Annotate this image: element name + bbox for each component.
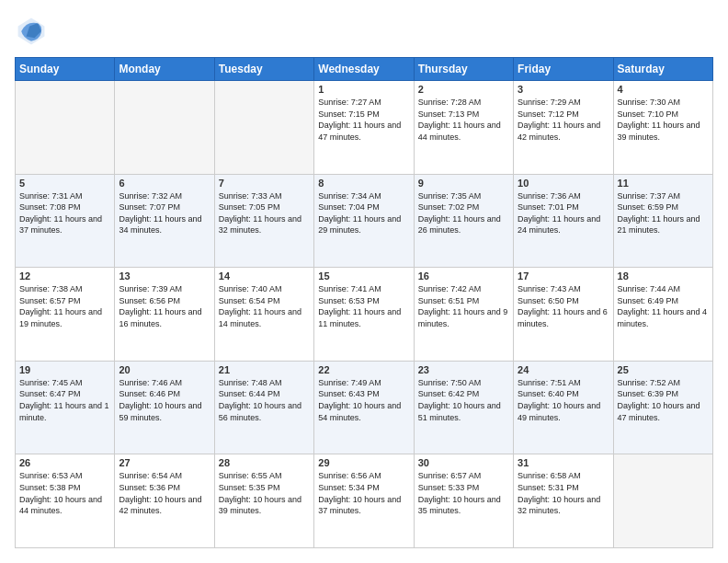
calendar-cell: 2Sunrise: 7:28 AM Sunset: 7:13 PM Daylig… (414, 81, 513, 175)
calendar-table: SundayMondayTuesdayWednesdayThursdayFrid… (15, 57, 713, 548)
calendar-cell: 11Sunrise: 7:37 AM Sunset: 6:59 PM Dayli… (613, 174, 712, 268)
weekday-header-tuesday: Tuesday (214, 58, 313, 81)
calendar-cell: 18Sunrise: 7:44 AM Sunset: 6:49 PM Dayli… (613, 268, 712, 362)
day-number: 29 (318, 457, 409, 468)
calendar-cell: 26Sunrise: 6:53 AM Sunset: 5:38 PM Dayli… (16, 454, 115, 548)
day-info: Sunrise: 7:39 AM Sunset: 6:56 PM Dayligh… (119, 283, 210, 329)
day-number: 27 (119, 457, 210, 468)
day-info: Sunrise: 7:34 AM Sunset: 7:04 PM Dayligh… (318, 190, 409, 236)
day-info: Sunrise: 6:56 AM Sunset: 5:34 PM Dayligh… (318, 470, 409, 516)
calendar-week-row: 1Sunrise: 7:27 AM Sunset: 7:15 PM Daylig… (16, 81, 713, 175)
day-info: Sunrise: 7:48 AM Sunset: 6:44 PM Dayligh… (219, 377, 310, 423)
day-number: 9 (418, 178, 509, 189)
calendar-cell: 7Sunrise: 7:33 AM Sunset: 7:05 PM Daylig… (214, 174, 313, 268)
calendar-cell: 23Sunrise: 7:50 AM Sunset: 6:42 PM Dayli… (414, 361, 513, 454)
logo (15, 15, 51, 48)
day-number: 15 (318, 270, 409, 282)
day-info: Sunrise: 7:31 AM Sunset: 7:08 PM Dayligh… (19, 190, 110, 236)
day-info: Sunrise: 7:32 AM Sunset: 7:07 PM Dayligh… (119, 190, 210, 236)
calendar-week-row: 26Sunrise: 6:53 AM Sunset: 5:38 PM Dayli… (16, 454, 713, 548)
day-number: 20 (119, 364, 210, 375)
logo-icon (15, 15, 48, 48)
day-number: 31 (518, 457, 609, 468)
page: SundayMondayTuesdayWednesdayThursdayFrid… (0, 0, 728, 563)
calendar-cell: 12Sunrise: 7:38 AM Sunset: 6:57 PM Dayli… (16, 268, 115, 362)
calendar-cell: 17Sunrise: 7:43 AM Sunset: 6:50 PM Dayli… (514, 268, 613, 362)
calendar-cell: 30Sunrise: 6:57 AM Sunset: 5:33 PM Dayli… (414, 454, 513, 548)
day-info: Sunrise: 7:27 AM Sunset: 7:15 PM Dayligh… (318, 97, 409, 143)
calendar-cell: 24Sunrise: 7:51 AM Sunset: 6:40 PM Dayli… (514, 361, 613, 454)
day-number: 4 (618, 84, 709, 95)
calendar-cell: 20Sunrise: 7:46 AM Sunset: 6:46 PM Dayli… (115, 361, 214, 454)
calendar-cell: 1Sunrise: 7:27 AM Sunset: 7:15 PM Daylig… (314, 81, 414, 175)
day-number: 22 (318, 364, 409, 375)
calendar-cell: 13Sunrise: 7:39 AM Sunset: 6:56 PM Dayli… (115, 268, 214, 362)
weekday-header-friday: Friday (514, 58, 613, 81)
day-info: Sunrise: 6:58 AM Sunset: 5:31 PM Dayligh… (518, 470, 609, 516)
calendar-cell: 10Sunrise: 7:36 AM Sunset: 7:01 PM Dayli… (514, 174, 613, 268)
calendar-cell: 5Sunrise: 7:31 AM Sunset: 7:08 PM Daylig… (16, 174, 115, 268)
day-info: Sunrise: 7:46 AM Sunset: 6:46 PM Dayligh… (119, 377, 210, 423)
calendar-week-row: 19Sunrise: 7:45 AM Sunset: 6:47 PM Dayli… (16, 361, 713, 454)
day-info: Sunrise: 7:33 AM Sunset: 7:05 PM Dayligh… (219, 190, 310, 236)
day-number: 6 (119, 178, 210, 189)
calendar-cell: 28Sunrise: 6:55 AM Sunset: 5:35 PM Dayli… (214, 454, 313, 548)
calendar-cell: 21Sunrise: 7:48 AM Sunset: 6:44 PM Dayli… (214, 361, 313, 454)
day-number: 24 (518, 364, 609, 375)
calendar-cell: 8Sunrise: 7:34 AM Sunset: 7:04 PM Daylig… (314, 174, 414, 268)
day-info: Sunrise: 7:36 AM Sunset: 7:01 PM Dayligh… (518, 190, 609, 236)
calendar-cell: 15Sunrise: 7:41 AM Sunset: 6:53 PM Dayli… (314, 268, 414, 362)
day-info: Sunrise: 7:30 AM Sunset: 7:10 PM Dayligh… (618, 97, 709, 143)
day-number: 19 (19, 364, 110, 375)
calendar-cell: 3Sunrise: 7:29 AM Sunset: 7:12 PM Daylig… (514, 81, 613, 175)
weekday-header-wednesday: Wednesday (314, 58, 414, 81)
calendar-cell: 29Sunrise: 6:56 AM Sunset: 5:34 PM Dayli… (314, 454, 414, 548)
day-number: 8 (318, 178, 409, 189)
calendar-cell: 31Sunrise: 6:58 AM Sunset: 5:31 PM Dayli… (514, 454, 613, 548)
day-info: Sunrise: 6:53 AM Sunset: 5:38 PM Dayligh… (19, 470, 110, 516)
calendar-cell (613, 454, 712, 548)
day-number: 2 (418, 84, 509, 95)
calendar-cell (115, 81, 214, 175)
calendar-cell: 19Sunrise: 7:45 AM Sunset: 6:47 PM Dayli… (16, 361, 115, 454)
day-number: 12 (19, 270, 110, 282)
weekday-header-thursday: Thursday (414, 58, 513, 81)
day-number: 16 (418, 270, 509, 282)
day-number: 28 (219, 457, 310, 468)
day-number: 21 (219, 364, 310, 375)
day-number: 10 (518, 178, 609, 189)
day-info: Sunrise: 6:55 AM Sunset: 5:35 PM Dayligh… (219, 470, 310, 516)
weekday-header-saturday: Saturday (613, 58, 712, 81)
day-number: 14 (219, 270, 310, 282)
day-number: 3 (518, 84, 609, 95)
day-info: Sunrise: 7:35 AM Sunset: 7:02 PM Dayligh… (418, 190, 509, 236)
day-info: Sunrise: 7:42 AM Sunset: 6:51 PM Dayligh… (418, 283, 509, 329)
calendar-cell: 16Sunrise: 7:42 AM Sunset: 6:51 PM Dayli… (414, 268, 513, 362)
day-number: 25 (618, 364, 709, 375)
calendar-week-row: 5Sunrise: 7:31 AM Sunset: 7:08 PM Daylig… (16, 174, 713, 268)
day-info: Sunrise: 7:40 AM Sunset: 6:54 PM Dayligh… (219, 283, 310, 329)
day-info: Sunrise: 7:51 AM Sunset: 6:40 PM Dayligh… (518, 377, 609, 423)
calendar-week-row: 12Sunrise: 7:38 AM Sunset: 6:57 PM Dayli… (16, 268, 713, 362)
day-number: 18 (618, 270, 709, 282)
day-number: 30 (418, 457, 509, 468)
day-info: Sunrise: 7:44 AM Sunset: 6:49 PM Dayligh… (618, 283, 709, 329)
header (15, 15, 713, 48)
day-info: Sunrise: 6:54 AM Sunset: 5:36 PM Dayligh… (119, 470, 210, 516)
calendar-cell (16, 81, 115, 175)
day-number: 11 (618, 178, 709, 189)
day-info: Sunrise: 7:49 AM Sunset: 6:43 PM Dayligh… (318, 377, 409, 423)
calendar-cell: 22Sunrise: 7:49 AM Sunset: 6:43 PM Dayli… (314, 361, 414, 454)
day-number: 13 (119, 270, 210, 282)
weekday-header-sunday: Sunday (16, 58, 115, 81)
calendar-cell: 6Sunrise: 7:32 AM Sunset: 7:07 PM Daylig… (115, 174, 214, 268)
day-number: 5 (19, 178, 110, 189)
day-info: Sunrise: 7:50 AM Sunset: 6:42 PM Dayligh… (418, 377, 509, 423)
day-number: 26 (19, 457, 110, 468)
day-number: 17 (518, 270, 609, 282)
calendar-header-row: SundayMondayTuesdayWednesdayThursdayFrid… (16, 58, 713, 81)
day-number: 1 (318, 84, 409, 95)
day-number: 7 (219, 178, 310, 189)
day-info: Sunrise: 7:29 AM Sunset: 7:12 PM Dayligh… (518, 97, 609, 143)
day-info: Sunrise: 6:57 AM Sunset: 5:33 PM Dayligh… (418, 470, 509, 516)
